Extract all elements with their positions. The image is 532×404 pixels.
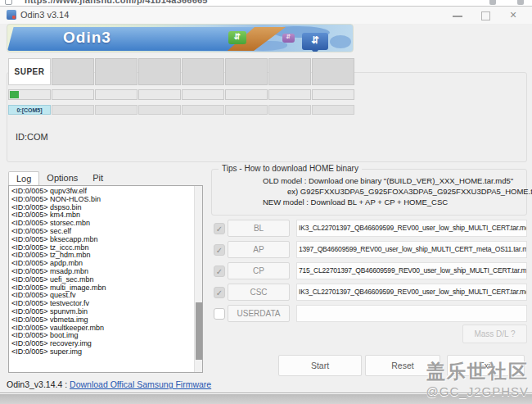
odin3-window: Odin3 v3.14 × Odin3 ID:COM SUPER 0:[COM5…: [0, 6, 532, 393]
log-list: <ID:0/005> qupv3fw.elf<ID:0/005> NON-HLO…: [11, 188, 192, 356]
ap-path-field[interactable]: 1397_QB46609599_REV00_user_low_ship_MULT…: [296, 241, 527, 258]
bl-path-field[interactable]: IK3_CL22701397_QB46609599_REV00_user_low…: [296, 220, 527, 237]
file-row-cp: ✓CP715_CL22701397_QB46609599_REV00_user_…: [211, 262, 527, 279]
com-port-indicator: [268, 105, 311, 115]
file-row-bl: ✓BLIK3_CL22701397_QB46609599_REV00_user_…: [211, 220, 527, 237]
odin3-banner: Odin3: [7, 24, 354, 52]
screenshot-root: https://www.jianshu.com/p/41b14a366665 O…: [0, 0, 532, 404]
slot-com-row: 0:[COM5]: [8, 105, 354, 115]
start-button[interactable]: Start: [278, 355, 362, 376]
firmware-download-link[interactable]: Download Offical Samsung Firmware: [70, 379, 211, 389]
device-progress-bar: [52, 89, 94, 100]
ap-button[interactable]: AP: [228, 241, 290, 258]
com-port-indicator: [138, 105, 181, 115]
file-row-csc: ✓CSCIK3_CL22701397_QB46609599_REV00_user…: [211, 284, 527, 301]
download-pin-icon-purple: [282, 34, 295, 43]
map-decoration: [330, 35, 351, 48]
tab-options[interactable]: Options: [39, 171, 85, 186]
device-slot-tab[interactable]: [268, 58, 311, 85]
cp-button[interactable]: CP: [228, 262, 290, 279]
bl-button[interactable]: BL: [228, 220, 290, 237]
cp-checkbox[interactable]: ✓: [214, 266, 225, 277]
userdata-checkbox[interactable]: [214, 308, 225, 320]
statusbar: Odin3_v3.14.4 : Download Offical Samsung…: [7, 379, 211, 389]
csc-checkbox[interactable]: ✓: [214, 287, 225, 298]
log-box: <ID:0/005> qupv3fw.elf<ID:0/005> NON-HLO…: [8, 185, 203, 373]
com-port-indicator: [312, 105, 354, 115]
com-port-indicator: [95, 105, 138, 115]
titlebar: Odin3 v3.14 ×: [0, 7, 532, 24]
file-rows: ✓BLIK3_CL22701397_QB46609599_REV00_user_…: [211, 220, 527, 326]
download-pin-icon-green: [228, 31, 246, 44]
tips-line: ex) G925FXXU3DPA5_G925FOXA3DPA5_G925FXXU…: [212, 186, 526, 197]
progress-fill: [10, 91, 19, 98]
bl-checkbox[interactable]: ✓: [214, 223, 225, 234]
idcom-groupbox: ID:COM: [7, 72, 527, 162]
tips-lines: OLD model : Download one binary "(BUILD_…: [212, 175, 526, 207]
device-slot-tab[interactable]: [182, 58, 224, 85]
close-button[interactable]: ×: [503, 8, 524, 22]
tips-groupbox: Tips - How to download HOME binary OLD m…: [211, 169, 527, 216]
tips-title: Tips - How to download HOME binary: [219, 164, 362, 173]
com-port-indicator: [225, 105, 268, 115]
mass-dl-button[interactable]: Mass D/L ?: [462, 325, 527, 343]
device-slot-tab[interactable]: [138, 58, 181, 85]
browser-strip: https://www.jianshu.com/p/41b14a366665: [0, 0, 532, 6]
device-progress-bar: [138, 89, 181, 100]
scrollbar-thumb[interactable]: [196, 302, 202, 360]
device-slot-tab[interactable]: SUPER: [8, 58, 51, 85]
device-slot-tab[interactable]: [95, 58, 138, 85]
banner-blue-shape: [7, 27, 255, 51]
tips-line: NEW model : Download BL + AP + CP + HOME…: [212, 197, 526, 207]
browser-extension-icon[interactable]: [517, 0, 524, 5]
userdata-button[interactable]: USERDATA: [228, 305, 290, 322]
csc-path-field[interactable]: IK3_CL22701397_QB46609599_REV00_user_low…: [296, 284, 527, 301]
csc-button[interactable]: CSC: [228, 284, 290, 301]
device-progress-bar: [268, 89, 311, 100]
window-title: Odin3 v3.14: [20, 10, 69, 20]
device-progress-bar: [225, 89, 268, 100]
minimize-button[interactable]: [447, 8, 468, 22]
browser-url: https://www.jianshu.com/p/41b14a366665: [25, 0, 208, 5]
browser-tab-icon: [5, 0, 12, 5]
tab-pit[interactable]: Pit: [85, 171, 110, 186]
cp-path-field[interactable]: 715_CL22701397_QB46609599_REV00_user_low…: [296, 262, 527, 279]
file-row-userdata: USERDATA: [211, 305, 527, 322]
browser-extension-icon[interactable]: [489, 0, 496, 5]
device-progress-bar: [312, 89, 354, 100]
log-scrollbar[interactable]: [194, 186, 202, 372]
version-label: Odin3_v3.14.4 :: [7, 379, 70, 389]
slot-tab-row: SUPER: [8, 58, 354, 85]
file-row-ap: ✓AP1397_QB46609599_REV00_user_low_ship_M…: [211, 241, 527, 258]
device-progress-bar: [95, 89, 138, 100]
device-slot-tab[interactable]: [312, 58, 354, 85]
odin3-logo: Odin3: [63, 29, 111, 47]
device-slot-tab[interactable]: [52, 58, 94, 85]
com-port-indicator: [52, 105, 94, 115]
device-progress-bar: [8, 89, 51, 100]
maximize-button[interactable]: [475, 8, 496, 22]
log-entry: <ID:0/005> super.img: [11, 348, 192, 356]
exit-button[interactable]: Exit: [447, 355, 525, 376]
odin3-app-icon: [7, 10, 16, 20]
com-port-indicator: [182, 105, 224, 115]
device-slot-tab[interactable]: [225, 58, 268, 85]
page-background-strip: [0, 394, 532, 404]
ap-checkbox[interactable]: ✓: [214, 244, 225, 256]
com-port-indicator: 0:[COM5]: [8, 105, 51, 115]
userdata-path-field[interactable]: [296, 305, 527, 322]
idcom-label: ID:COM: [16, 132, 48, 142]
reset-button[interactable]: Reset: [365, 355, 440, 376]
device-progress-bar: [182, 89, 224, 100]
tips-line: OLD model : Download one binary "(BUILD_…: [212, 175, 526, 186]
slot-progress-row: [8, 89, 354, 100]
tab-log[interactable]: Log: [8, 171, 39, 186]
log-tab-bar: LogOptionsPit: [8, 171, 110, 186]
download-pin-icon-blue: [302, 33, 328, 50]
